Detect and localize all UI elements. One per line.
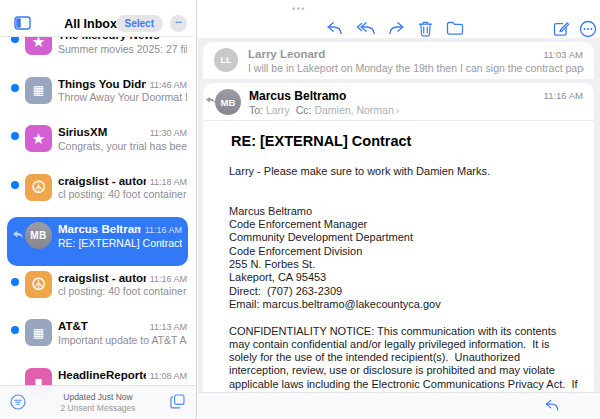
craigslist-peace-icon: ☮ xyxy=(25,271,52,298)
mail-app-window: 1:58 PMWed May 14 90% All Inboxes Select… xyxy=(0,0,600,419)
message-time: 11:46 AM xyxy=(150,80,187,90)
message-preview: Throw Away Your Doormat Immedia... xyxy=(58,91,187,103)
sender-star-icon: ★ xyxy=(25,37,52,55)
message-time: 11:16 AM xyxy=(150,274,187,284)
message-preview: Summer movies 2025: 27 films to s... xyxy=(58,43,187,55)
list-item-siriusxm[interactable]: ★ SiriusXM11:30 AM Congrats, your trial … xyxy=(0,120,195,169)
mailbox-title: All Inboxes xyxy=(0,17,195,31)
message-body: Larry - Please make sure to work with Da… xyxy=(229,165,579,392)
cc-value: Damien, Norman xyxy=(314,104,393,116)
avatar: MB xyxy=(215,89,241,115)
unread-dot xyxy=(11,132,19,140)
sender-name: craigslist - automated... xyxy=(58,175,146,187)
reply-action-icon[interactable] xyxy=(543,398,560,413)
list-item-craigslist-1[interactable]: ☮ craigslist - automated...11:18 AM cl p… xyxy=(0,169,195,218)
message-preview: Important update to AT&T ActiveAr... xyxy=(58,334,187,346)
unsent-messages-status: 2 Unsent Messages xyxy=(0,403,196,413)
trash-button[interactable] xyxy=(418,20,433,37)
collapsed-message-larry[interactable]: LL Larry Leonard 11:03 AM I will be in L… xyxy=(203,42,594,79)
message-time: 11:16 AM xyxy=(544,90,583,101)
sidebar-footer: Updated Just Now 2 Unsent Messages xyxy=(0,385,196,419)
message-footer-bar xyxy=(198,392,600,419)
message-preview: RE: [EXTERNAL] Contract xyxy=(58,237,182,249)
compose-button[interactable] xyxy=(552,20,570,38)
recipients-line[interactable]: To: Larry Cc: Damien, Norman› xyxy=(249,104,399,116)
sender-star-icon: ★ xyxy=(25,125,52,152)
message-preview: Congrats, your trial has been activa... xyxy=(58,140,187,152)
sender-name: AT&T xyxy=(58,320,88,332)
sender-newsletter-icon: ▦ xyxy=(25,77,52,104)
list-item-craigslist-2[interactable]: ☮ craigslist - automated...11:16 AM cl p… xyxy=(0,266,195,315)
unread-dot xyxy=(11,181,19,189)
list-item-marcus-beltramo-selected[interactable]: MB Marcus Beltramo11:16 AM RE: [EXTERNAL… xyxy=(7,217,188,266)
unread-dot xyxy=(11,84,19,92)
reply-all-button[interactable] xyxy=(355,20,376,37)
sender-name: craigslist - automated... xyxy=(58,272,146,284)
message-sender-name[interactable]: Marcus Beltramo xyxy=(249,89,346,103)
list-item-mercury-news[interactable]: ★ The Mercury News Summer movies 2025: 2… xyxy=(0,37,195,72)
forward-button[interactable] xyxy=(388,20,406,37)
filter-icon[interactable] xyxy=(10,394,26,410)
avatar: MB xyxy=(25,222,52,249)
collapsed-message-preview: I will be in Lakeport on Monday the 19th… xyxy=(248,62,584,74)
cc-label: Cc: xyxy=(296,104,312,116)
replied-arrow-icon xyxy=(12,230,23,239)
chevron-right-icon: › xyxy=(396,104,400,116)
message-header: MB Marcus Beltramo To: Larry Cc: Damien,… xyxy=(203,83,594,121)
move-to-folder-button[interactable] xyxy=(446,20,464,36)
message-subject: RE: [EXTERNAL] Contract xyxy=(231,133,594,149)
sidebar: All Inboxes Select ••• ★ The Mercury New… xyxy=(0,0,197,419)
sidebar-header: All Inboxes Select ••• xyxy=(0,13,195,37)
message-preview: cl posting: 40 foot container xyxy=(58,285,187,297)
reply-button[interactable] xyxy=(325,20,343,37)
message-list: ★ The Mercury News Summer movies 2025: 2… xyxy=(0,37,195,419)
message-time: 11:30 AM xyxy=(150,128,187,138)
message-time: 11:13 AM xyxy=(150,322,187,332)
unread-dot xyxy=(11,278,19,286)
expanded-message-marcus: MB Marcus Beltramo To: Larry Cc: Damien,… xyxy=(203,83,594,392)
message-time: 11:18 AM xyxy=(150,177,187,187)
avatar: LL xyxy=(214,48,238,72)
replied-arrow-icon xyxy=(205,96,215,104)
to-label: To: xyxy=(249,104,263,116)
message-pane: ••• LL Larry Leonard 11:03 AM I will be … xyxy=(198,0,600,419)
updated-status: Updated Just Now xyxy=(0,392,196,402)
list-item-att[interactable]: ▦ AT&T11:13 AM Important update to AT&T … xyxy=(0,314,195,363)
message-time: 11:08 AM xyxy=(150,371,187,381)
collapsed-message-time: 11:03 AM xyxy=(544,49,583,60)
craigslist-peace-icon: ☮ xyxy=(25,174,52,201)
collapsed-sender-name: Larry Leonard xyxy=(248,48,325,60)
message-preview: cl posting: 40 foot container doors... xyxy=(58,188,187,200)
new-window-compose-icon[interactable] xyxy=(170,394,185,409)
more-actions-button[interactable] xyxy=(579,20,597,38)
unread-dot xyxy=(11,326,19,334)
unread-dot xyxy=(11,37,19,43)
list-item-things-you-didnt-know[interactable]: ▦ Things You Didn't Kn...11:46 AM Throw … xyxy=(0,72,195,121)
sender-newsletter-icon: ▦ xyxy=(25,319,52,346)
sender-name: Marcus Beltramo xyxy=(58,223,141,235)
select-button[interactable]: Select xyxy=(116,15,163,32)
sender-name: HeadlineReporter xyxy=(58,369,146,381)
sender-name: SiriusXM xyxy=(58,126,107,138)
multitasking-handle[interactable]: ••• xyxy=(292,4,306,14)
sender-name: Things You Didn't Kn... xyxy=(58,78,146,90)
sender-name: The Mercury News xyxy=(58,37,160,41)
to-value: Larry xyxy=(266,104,290,116)
message-time: 11:16 AM xyxy=(145,225,182,235)
sidebar-more-button[interactable]: ••• xyxy=(170,15,187,32)
